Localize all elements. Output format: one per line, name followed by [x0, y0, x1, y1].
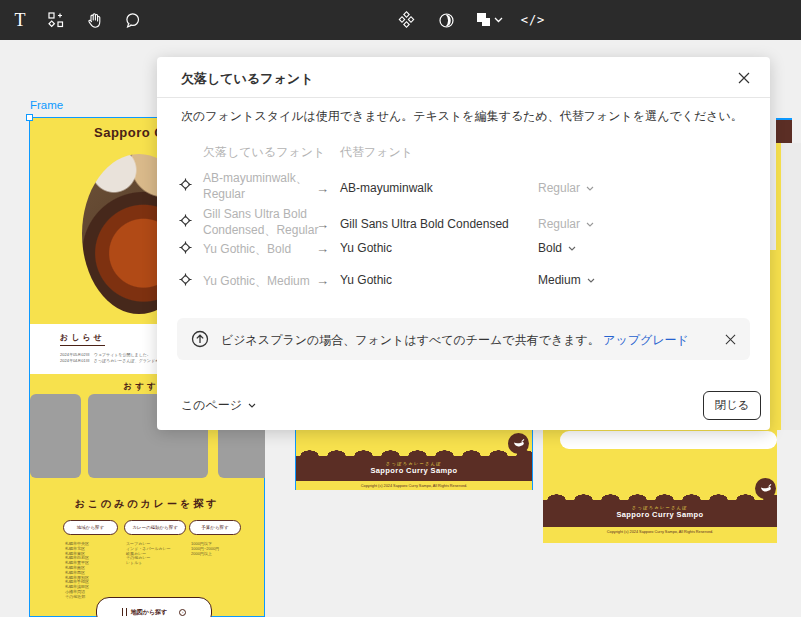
- banner-close-icon[interactable]: [722, 331, 738, 347]
- dev-mode-icon[interactable]: </>: [516, 0, 550, 40]
- region-list: 札幌市中央区 札幌市北区 札幌市東区 札幌市白石区 札幌市豊平区 札幌市南区 札…: [65, 542, 89, 600]
- poster-footer: さっぽろカレーさんぽ Sapporo Curry Sampo: [543, 500, 777, 527]
- poster-frame-4-edge: [776, 143, 781, 430]
- map-search-button[interactable]: 地図から探す ›: [96, 597, 212, 617]
- chevron-circle-icon: ›: [179, 609, 186, 616]
- page-scope-label: このページ: [181, 397, 242, 414]
- arrow-icon: →: [316, 181, 329, 196]
- copyright-text: Copyright (c) 2024 Sapporo Curry Sampo, …: [296, 481, 532, 490]
- news-heading: おしらせ: [60, 332, 105, 346]
- search-pill-budget[interactable]: 予算から探す: [189, 520, 241, 535]
- map-search-label: 地図から探す: [131, 608, 167, 617]
- page-scope-dropdown[interactable]: このページ: [181, 397, 256, 414]
- brand-name-en: Sapporo Curry Sampo: [296, 466, 532, 475]
- poster-frame-4-body: [781, 143, 801, 430]
- arrow-icon: →: [316, 217, 329, 232]
- placeholder-card: [30, 394, 81, 478]
- missing-font-icon: [179, 241, 192, 257]
- missing-font-icon: [179, 214, 192, 230]
- upgrade-banner: ビジネスプランの場合、フォントはすべてのチームで共有できます。 アップグレード: [177, 318, 750, 360]
- search-pill-region[interactable]: 地域から探す: [63, 520, 118, 535]
- weight-dropdown[interactable]: Medium: [538, 273, 595, 287]
- weight-dropdown[interactable]: Regular: [538, 181, 594, 195]
- replacement-font-name[interactable]: Gill Sans Ultra Bold Condensed: [340, 217, 509, 231]
- content-card: [560, 431, 777, 449]
- divider: [157, 97, 770, 98]
- arrow-up-circle-icon: [191, 330, 209, 351]
- missing-font-icon: [179, 273, 192, 289]
- close-button[interactable]: 閉じる: [703, 391, 761, 420]
- poster-frame-4-header[interactable]: [776, 118, 792, 143]
- missing-fonts-dialog: 欠落しているフォント 次のフォントスタイルは使用できません。テキストを編集するた…: [157, 57, 770, 430]
- assets-tool-icon[interactable]: [392, 0, 420, 40]
- replacement-font-header: 代替フォント: [340, 144, 413, 161]
- banner-text: ビジネスプランの場合、フォントはすべてのチームで共有できます。: [221, 333, 600, 347]
- utensil-icon: [122, 608, 127, 616]
- weight-dropdown[interactable]: Bold: [538, 241, 576, 255]
- mask-tool-icon[interactable]: [432, 0, 460, 40]
- top-toolbar: T: [0, 0, 801, 40]
- hand-tool-icon[interactable]: [80, 0, 108, 40]
- wave-edge: [543, 492, 777, 500]
- replacement-font-name[interactable]: Yu Gothic: [340, 241, 392, 255]
- curry-type-list: スープカレー インド・ネパールカレー 欧風カレー その他カレー レトルト: [126, 542, 171, 566]
- frame-label[interactable]: Frame: [30, 99, 63, 111]
- weight-dropdown[interactable]: Regular: [538, 217, 594, 231]
- replacement-font-name[interactable]: AB-mayuminwalk: [340, 181, 433, 195]
- close-icon[interactable]: [734, 68, 754, 88]
- dialog-description: 次のフォントスタイルは使用できません。テキストを編集するため、代替フォントを選ん…: [181, 108, 743, 125]
- missing-font-header: 欠落しているフォント: [203, 144, 325, 161]
- selection-handle[interactable]: [26, 114, 33, 121]
- components-tool-icon[interactable]: [42, 0, 70, 40]
- arrow-icon: →: [316, 241, 329, 256]
- arrow-icon: →: [316, 273, 329, 288]
- search-heading: おこのみのカレーを探す: [30, 497, 264, 511]
- text-tool-icon[interactable]: T: [6, 0, 34, 40]
- search-pill-type[interactable]: カレーの種類から探す: [124, 520, 186, 535]
- poster-footer: さっぽろカレーさんぽ Sapporo Curry Sampo: [296, 456, 532, 481]
- dialog-title: 欠落しているフォント: [181, 70, 313, 88]
- budget-list: 1000円以下 1000円~2000円 2000円以上: [191, 542, 219, 556]
- copyright-text: Copyright (c) 2024 Sapporo Curry Sampo, …: [543, 527, 777, 538]
- missing-font-icon: [179, 178, 192, 194]
- replacement-font-name[interactable]: Yu Gothic: [340, 273, 392, 287]
- instance-tool-icon[interactable]: [470, 0, 510, 40]
- brand-name-en: Sapporo Curry Sampo: [543, 510, 777, 519]
- comment-tool-icon[interactable]: [118, 0, 146, 40]
- wave-edge: [296, 448, 532, 456]
- upgrade-link[interactable]: アップグレード: [603, 333, 689, 347]
